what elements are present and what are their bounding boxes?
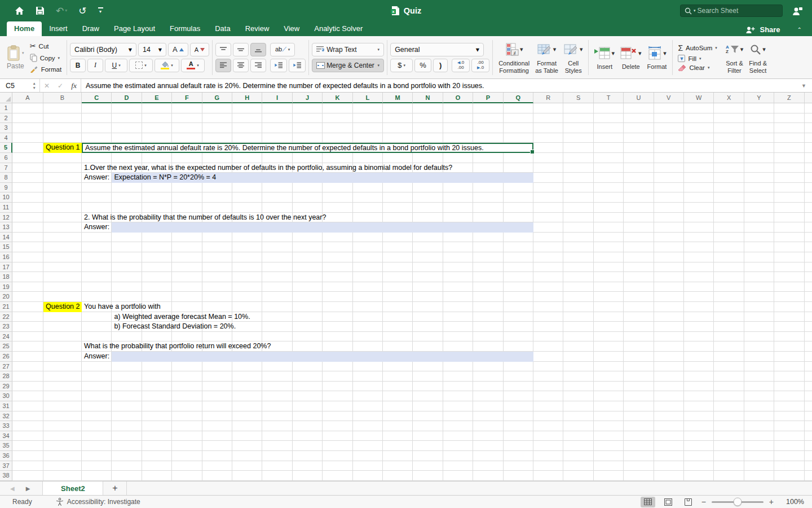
search-field[interactable]: ▾ xyxy=(680,5,783,17)
normal-view-button[interactable] xyxy=(641,497,655,507)
align-bottom-button[interactable] xyxy=(250,43,266,56)
row-header-8[interactable]: 8 xyxy=(0,173,12,183)
name-box[interactable]: C5 ▲▼ xyxy=(0,81,39,89)
delete-cells-caret-icon[interactable]: ▾ xyxy=(638,50,642,57)
cell-B5[interactable]: Question 1 xyxy=(43,143,82,153)
italic-button[interactable]: I xyxy=(87,59,103,72)
row-header-1[interactable]: 1 xyxy=(0,103,12,113)
sheet-tab-sheet2[interactable]: Sheet2 xyxy=(42,481,103,495)
column-header-J[interactable]: J xyxy=(293,93,323,103)
row-header-14[interactable]: 14 xyxy=(0,233,12,243)
borders-caret-icon[interactable]: ▾ xyxy=(144,63,147,68)
row-header-29[interactable]: 29 xyxy=(0,382,12,392)
row-header-28[interactable]: 28 xyxy=(0,371,12,382)
add-sheet-button[interactable]: + xyxy=(103,481,127,495)
cell-styles-button[interactable]: ▾ CellStyles xyxy=(561,40,586,75)
column-header-C[interactable]: C xyxy=(82,93,112,103)
row-header-38[interactable]: 38 xyxy=(0,471,12,481)
font-size-select[interactable]: 14 ▾ xyxy=(138,43,166,56)
column-header-Q[interactable]: Q xyxy=(504,93,533,103)
row-header-7[interactable]: 7 xyxy=(0,163,12,173)
undo-caret-icon[interactable]: ▾ xyxy=(65,8,67,13)
find-select-caret-icon[interactable]: ▾ xyxy=(762,46,766,53)
cell-C21[interactable]: You have a portfolio with xyxy=(82,302,161,312)
copy-button[interactable]: Copy ▾ xyxy=(28,53,64,63)
cell-D13[interactable] xyxy=(112,222,533,233)
next-sheet-icon[interactable]: ▶ xyxy=(26,485,30,492)
format-as-table-caret-icon[interactable]: ▾ xyxy=(553,46,557,53)
cut-button[interactable]: ✂ Cut xyxy=(28,41,64,51)
wrap-text-button[interactable]: Wrap Text ▾ xyxy=(312,43,384,56)
row-header-16[interactable]: 16 xyxy=(0,252,12,262)
cell-D23[interactable]: b) Forecast Standard Deviation = 20%. xyxy=(112,322,236,332)
column-header-Z[interactable]: Z xyxy=(774,93,804,103)
fill-color-caret-icon[interactable]: ▾ xyxy=(171,63,173,68)
underline-button[interactable]: U▾ xyxy=(105,59,127,72)
column-header-A[interactable]: A xyxy=(12,93,43,103)
column-header-I[interactable]: I xyxy=(262,93,292,103)
row-header-25[interactable]: 25 xyxy=(0,341,12,352)
row-header-36[interactable]: 36 xyxy=(0,451,12,461)
paste-button[interactable]: ▾ Paste xyxy=(3,45,28,70)
row-header-31[interactable]: 31 xyxy=(0,401,12,411)
format-as-table-button[interactable]: ▾ Formatas Table xyxy=(532,40,561,75)
text-orientation-button[interactable]: ab⟋ ▾ xyxy=(270,43,295,56)
underline-caret-icon[interactable]: ▾ xyxy=(118,63,121,68)
increase-indent-button[interactable] xyxy=(289,59,306,72)
cell-B21[interactable]: Question 2 xyxy=(43,302,82,312)
row-header-33[interactable]: 33 xyxy=(0,421,12,431)
row-header-12[interactable]: 12 xyxy=(0,213,12,223)
home-icon[interactable] xyxy=(15,6,24,15)
row-header-21[interactable]: 21 xyxy=(0,302,12,312)
cell-C12[interactable]: 2. What is the probability that the numb… xyxy=(82,213,326,223)
increase-decimal-button[interactable]: ◀.0 .00 xyxy=(452,59,470,72)
cell-C8[interactable]: Answer: xyxy=(82,173,109,183)
insert-function-icon[interactable]: fx xyxy=(71,81,77,90)
row-header-9[interactable]: 9 xyxy=(0,183,12,193)
tab-review[interactable]: Review xyxy=(238,21,277,36)
cancel-icon[interactable]: ✕ xyxy=(44,82,50,90)
search-input[interactable] xyxy=(698,7,771,15)
sort-filter-button[interactable]: AZ ▾ Sort &Filter xyxy=(723,40,746,75)
tab-formulas[interactable]: Formulas xyxy=(162,21,208,36)
row-header-30[interactable]: 30 xyxy=(0,391,12,401)
align-center-button[interactable] xyxy=(233,59,249,72)
select-all-corner[interactable] xyxy=(0,93,12,103)
column-header-H[interactable]: H xyxy=(232,93,262,103)
enter-icon[interactable]: ✓ xyxy=(58,82,63,90)
row-header-5[interactable]: 5 xyxy=(0,143,12,153)
prev-sheet-icon[interactable]: ◀ xyxy=(10,485,15,492)
align-right-button[interactable] xyxy=(250,59,266,72)
autosum-button[interactable]: Σ AutoSum ▾ xyxy=(676,43,719,53)
row-header-26[interactable]: 26 xyxy=(0,352,12,362)
currency-caret-icon[interactable]: ▾ xyxy=(403,63,405,68)
zoom-out-button[interactable]: − xyxy=(701,497,706,506)
insert-cells-button[interactable]: ▾ Insert xyxy=(592,43,617,71)
delete-cells-button[interactable]: ▾ Delete xyxy=(617,43,645,71)
tab-draw[interactable]: Draw xyxy=(75,21,107,36)
cell-C25[interactable]: What is the probability that portfolio r… xyxy=(82,341,271,352)
tab-home[interactable]: Home xyxy=(7,21,42,36)
row-header-37[interactable]: 37 xyxy=(0,461,12,471)
decrease-decimal-button[interactable]: .00 ▶.0 xyxy=(471,59,489,72)
column-header-L[interactable]: L xyxy=(353,93,383,103)
zoom-in-button[interactable]: + xyxy=(769,497,774,506)
shrink-font-button[interactable]: A xyxy=(190,43,209,56)
tab-view[interactable]: View xyxy=(276,21,307,36)
column-header-S[interactable]: S xyxy=(563,93,593,103)
text-orientation-caret-icon[interactable]: ▾ xyxy=(288,47,290,52)
align-middle-button[interactable] xyxy=(233,43,249,56)
align-top-button[interactable] xyxy=(215,43,231,56)
cell-C7[interactable]: 1.Over the next year, what is the expect… xyxy=(82,163,452,173)
cell-C13[interactable]: Answer: xyxy=(82,222,109,233)
comma-style-button[interactable]: ) xyxy=(433,59,448,72)
copy-caret-icon[interactable]: ▾ xyxy=(58,56,60,60)
number-format-select[interactable]: General ▾ xyxy=(390,43,484,56)
column-header-M[interactable]: M xyxy=(383,93,413,103)
font-color-button[interactable]: A ▾ xyxy=(181,59,205,72)
font-color-caret-icon[interactable]: ▾ xyxy=(197,63,199,68)
page-break-view-button[interactable] xyxy=(681,497,696,507)
row-header-20[interactable]: 20 xyxy=(0,292,12,302)
row-header-34[interactable]: 34 xyxy=(0,431,12,441)
row-header-18[interactable]: 18 xyxy=(0,272,12,282)
